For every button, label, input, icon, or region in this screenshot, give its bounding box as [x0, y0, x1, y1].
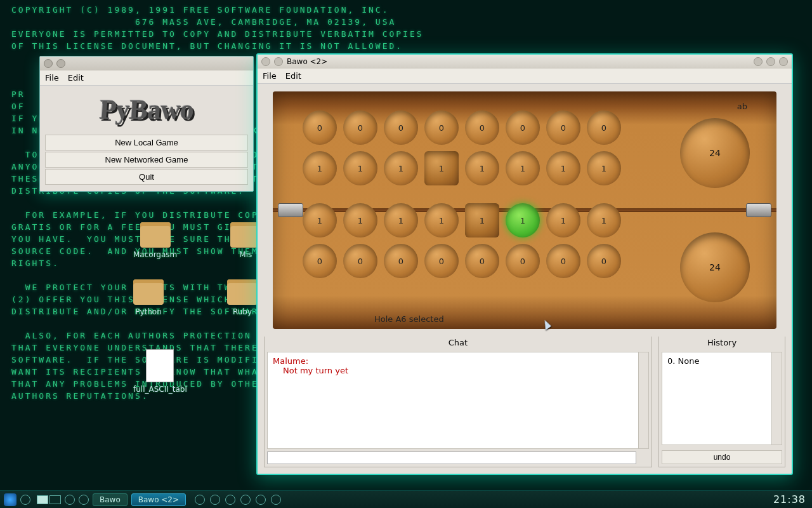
pit-b1-4[interactable]: 0 [465, 244, 499, 278]
chat-heading: Chat [265, 337, 652, 349]
desktop-folder-ruby[interactable]: Ruby [227, 279, 258, 316]
pit-b1-5[interactable]: 0 [506, 244, 540, 278]
tray-icon-1[interactable] [195, 495, 205, 505]
taskbar-item-bawo2[interactable]: Bawo <2> [131, 493, 186, 506]
chat-scrollbar[interactable] [638, 352, 648, 448]
launcher-menu-edit[interactable]: Edit [68, 73, 84, 83]
hinge-left [278, 203, 303, 217]
game-app-icon [274, 57, 283, 66]
player-inner-row: 1 1 1 1 1 1 1 1 [303, 203, 621, 237]
history-scrollbar[interactable] [771, 352, 782, 444]
tray-icon-6[interactable] [271, 495, 281, 505]
desktop-pager[interactable] [37, 495, 61, 504]
taskbar-item-bawo[interactable]: Bawo [93, 493, 128, 506]
system-tray [195, 495, 281, 505]
player-store: 24 [680, 232, 750, 302]
pit-a1-5[interactable]: 1 [506, 151, 540, 185]
game-title: Bawo <2> [287, 57, 327, 66]
pit-b0-6[interactable]: 1 [546, 203, 580, 237]
pager-desktop-1[interactable] [37, 495, 48, 504]
launcher-menu-icon[interactable] [44, 59, 53, 68]
pit-b0-5-selected[interactable]: 1 [506, 203, 540, 237]
tray-volume-icon[interactable] [240, 495, 251, 505]
pit-b1-6[interactable]: 0 [546, 244, 580, 278]
history-list[interactable]: 0. None [662, 352, 782, 445]
game-titlebar[interactable]: Bawo <2> [258, 55, 792, 69]
new-local-game-button[interactable]: New Local Game [45, 135, 248, 150]
pit-a1-1[interactable]: 1 [343, 151, 377, 185]
game-board: ab AB 24 24 0 0 0 0 0 0 0 0 1 1 1 1 1 1 [273, 91, 776, 329]
pit-a0-5[interactable]: 0 [506, 110, 540, 145]
pit-b1-0[interactable]: 0 [303, 244, 337, 278]
kmenu-icon[interactable] [4, 493, 16, 506]
new-networked-game-button[interactable]: New Networked Game [45, 152, 248, 168]
pit-a1-0[interactable]: 1 [303, 151, 337, 185]
pit-a1-2[interactable]: 1 [384, 151, 418, 185]
opponent-inner-row: 1 1 1 1 1 1 1 1 [303, 151, 621, 185]
pit-a0-2[interactable]: 0 [384, 110, 418, 145]
tray-icon-2[interactable] [210, 495, 220, 505]
mouse-cursor [540, 319, 551, 330]
taskbar: Bawo Bawo <2> 21:38 [0, 490, 812, 508]
minimize-icon[interactable] [754, 57, 763, 66]
player-outer-row: 0 0 0 0 0 0 0 0 [303, 244, 621, 278]
pit-a1-6[interactable]: 1 [546, 151, 580, 185]
opponent-side-label: ab [737, 102, 747, 111]
pit-b0-2[interactable]: 1 [384, 203, 418, 237]
chat-message: Not my turn yet [273, 366, 643, 375]
game-window: Bawo <2> File Edit ab AB 24 24 0 0 0 0 0… [256, 53, 793, 475]
desktop-file-ascii[interactable]: full_ASCII_tabl [133, 349, 187, 394]
quit-button[interactable]: Quit [45, 169, 248, 185]
pybawo-logo: PyBawo [98, 93, 195, 126]
taskbar-clock[interactable]: 21:38 [773, 493, 808, 505]
chat-input[interactable] [267, 451, 636, 464]
pit-b1-2[interactable]: 0 [384, 244, 418, 278]
hinge-right [746, 203, 771, 217]
opponent-store: 24 [680, 118, 750, 188]
pit-b0-4-nyumba[interactable]: 1 [465, 203, 499, 237]
game-sysmenu-icon[interactable] [261, 57, 270, 66]
launcher-titlebar[interactable] [40, 57, 253, 70]
history-pane: History 0. None undo [658, 337, 785, 467]
tray-network-icon[interactable] [256, 495, 266, 505]
pit-a0-0[interactable]: 0 [303, 110, 337, 145]
tray-dot-icon[interactable] [20, 495, 30, 505]
chat-sender: Malume: [273, 356, 643, 366]
maximize-icon[interactable] [766, 57, 775, 66]
pit-a0-4[interactable]: 0 [465, 110, 499, 145]
tray-icon-3[interactable] [225, 495, 235, 505]
launcher-icon-2[interactable] [79, 495, 89, 505]
history-item: 0. None [667, 356, 776, 366]
pit-b0-7[interactable]: 1 [587, 203, 621, 237]
pit-b0-3[interactable]: 1 [424, 203, 459, 237]
pit-a1-7[interactable]: 1 [587, 151, 621, 185]
pager-desktop-2[interactable] [49, 495, 61, 504]
pit-b1-1[interactable]: 0 [343, 244, 377, 278]
pit-a0-7[interactable]: 0 [587, 110, 621, 145]
undo-button[interactable]: undo [662, 450, 782, 464]
pit-a1-3-nyumba[interactable]: 1 [424, 151, 459, 185]
pit-a0-3[interactable]: 0 [424, 110, 459, 145]
chat-log[interactable]: Malume: Not my turn yet [267, 352, 649, 449]
game-menu-file[interactable]: File [263, 71, 277, 81]
launcher-close-icon[interactable] [56, 59, 65, 68]
game-menu-edit[interactable]: Edit [285, 71, 301, 81]
launcher-window: File Edit PyBawo New Local Game New Netw… [39, 56, 254, 192]
desktop-folder-macorgasm[interactable]: Macorgasm [133, 222, 177, 259]
pit-b0-1[interactable]: 1 [343, 203, 377, 237]
pit-a0-6[interactable]: 0 [546, 110, 580, 145]
opponent-outer-row: 0 0 0 0 0 0 0 0 [303, 110, 621, 145]
pit-a0-1[interactable]: 0 [343, 110, 377, 145]
launcher-icon-1[interactable] [65, 495, 75, 505]
history-heading: History [659, 337, 785, 349]
board-status: Hole A6 selected [374, 314, 444, 324]
pit-b0-0[interactable]: 1 [303, 203, 337, 237]
pit-b1-7[interactable]: 0 [587, 244, 621, 278]
desktop-folder-python[interactable]: Python [133, 279, 164, 316]
pit-b1-3[interactable]: 0 [424, 244, 459, 278]
pit-a1-4[interactable]: 1 [465, 151, 499, 185]
chat-pane: Chat Malume: Not my turn yet [264, 337, 652, 467]
launcher-menu-file[interactable]: File [45, 73, 59, 83]
close-icon[interactable] [779, 57, 788, 66]
